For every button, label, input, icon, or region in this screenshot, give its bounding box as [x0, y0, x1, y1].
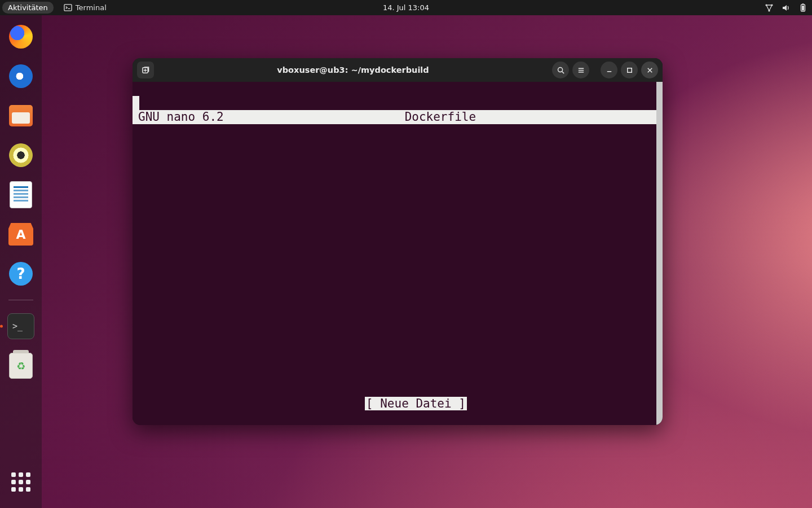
terminal-scrollbar[interactable]	[656, 82, 663, 425]
activities-button[interactable]: Aktivitäten	[2, 2, 54, 14]
close-button[interactable]	[641, 62, 658, 78]
active-app-name: Terminal	[76, 3, 107, 12]
help-icon[interactable]: ?	[7, 260, 34, 287]
svg-rect-6	[802, 6, 804, 11]
hamburger-menu-button[interactable]	[572, 62, 589, 78]
clock[interactable]: 14. Jul 13:04	[383, 3, 429, 12]
active-app-indicator[interactable]: Terminal	[64, 3, 107, 12]
terminal-window: vboxuser@ub3: ~/mydockerbuild GNU nano 6…	[133, 58, 663, 425]
terminal-viewport[interactable]: GNU nano 6.2 Dockerfile [ Neue Datei ] ^…	[133, 82, 663, 425]
terminal-icon[interactable]: >_	[7, 313, 34, 340]
firefox-icon[interactable]	[7, 23, 34, 50]
network-icon	[765, 3, 774, 12]
libreoffice-writer-icon[interactable]	[7, 181, 34, 208]
window-titlebar[interactable]: vboxuser@ub3: ~/mydockerbuild	[133, 58, 663, 82]
show-apps-icon[interactable]	[7, 468, 34, 496]
svg-rect-0	[64, 5, 72, 11]
svg-rect-5	[802, 3, 804, 5]
search-button[interactable]	[552, 62, 569, 78]
system-tray[interactable]	[765, 3, 807, 12]
maximize-button[interactable]	[621, 62, 638, 78]
nano-shortcut-bar: ^GHilfe^OSpeichern^WWo ist^KAusschneid^T…	[133, 397, 656, 425]
new-tab-button[interactable]	[137, 62, 154, 78]
thunderbird-icon[interactable]	[7, 63, 34, 90]
svg-point-8	[558, 67, 562, 72]
nano-edit-area[interactable]	[133, 96, 656, 383]
window-title: vboxuser@ub3: ~/mydockerbuild	[157, 65, 549, 75]
minimize-button[interactable]	[601, 62, 617, 78]
terminal-indicator-icon	[64, 3, 72, 12]
ubuntu-software-icon[interactable]	[7, 221, 34, 248]
files-icon[interactable]	[7, 102, 34, 129]
rhythmbox-icon[interactable]	[7, 142, 34, 169]
svg-rect-9	[627, 68, 632, 72]
nano-cursor	[133, 96, 139, 110]
battery-icon	[798, 3, 807, 12]
nano-status-line: [ Neue Datei ]	[133, 383, 656, 397]
top-panel: Aktivitäten Terminal 14. Jul 13:04	[0, 0, 812, 15]
volume-icon	[782, 3, 791, 12]
trash-icon[interactable]	[7, 352, 34, 379]
dock: ? >_	[0, 15, 42, 508]
dock-separator	[8, 300, 33, 300]
